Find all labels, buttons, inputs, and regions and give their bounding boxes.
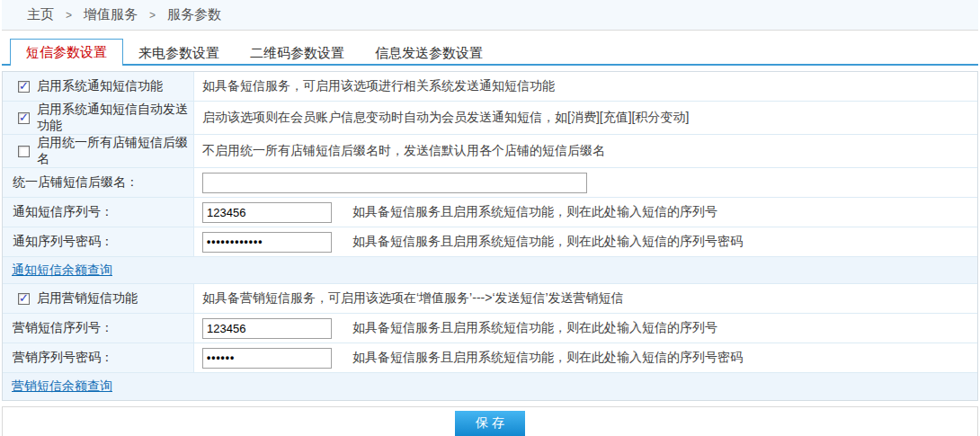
table-row: 营销短信余额查询 xyxy=(3,373,977,400)
table-row: 启用统一所有店铺短信后缀名 不启用统一所有店铺短信后缀名时，发送信默认用各个店铺… xyxy=(3,135,977,168)
tab-sms-params[interactable]: 短信参数设置 xyxy=(10,39,123,66)
enable-unified-sms-suffix-checkbox[interactable] xyxy=(18,146,30,157)
enable-auto-send-notify-sms-checkbox[interactable] xyxy=(18,112,30,124)
field-label: 营销序列号密码： xyxy=(13,350,113,366)
table-row: 营销短信序列号： 如具备短信服务且启用系统短信功能，则在此处输入短信的序列号 xyxy=(3,314,977,343)
notify-serial-password-input[interactable] xyxy=(202,232,332,253)
save-button[interactable]: 保 存 xyxy=(455,411,525,436)
marketing-sms-serial-input[interactable] xyxy=(202,318,332,339)
breadcrumb-separator: > xyxy=(66,9,72,22)
tab-bar-underline xyxy=(2,64,978,66)
field-label: 统一店铺短信后缀名： xyxy=(13,174,138,191)
row-hint: 如具备短信服务，可启用该选项进行相关系统发送通知短信功能 xyxy=(202,78,555,94)
field-label: 营销短信序列号： xyxy=(13,320,113,336)
enable-system-notify-sms-checkbox[interactable] xyxy=(18,81,30,93)
table-row: 营销序列号密码： 如具备短信服务且启用系统短信功能，则在此处输入短信的序列号密码 xyxy=(3,343,977,373)
row-hint: 不启用统一所有店铺短信后缀名时，发送信默认用各个店铺的短信后缀名 xyxy=(202,143,605,159)
table-row: 启用系统通知短信功能 如具备短信服务，可启用该选项进行相关系统发送通知短信功能 xyxy=(3,72,977,102)
table-row: 启用系统通知短信自动发送功能 启动该选项则在会员账户信息变动时自动为会员发送通知… xyxy=(3,102,977,135)
table-row: 启用营销短信功能 如具备营销短信服务，可启用该选项在‘增值服务’--->‘发送短… xyxy=(3,284,977,314)
save-bar: 保 存 xyxy=(2,406,978,436)
row-hint: 如具备短信服务且启用系统短信功能，则在此处输入短信的序列号 xyxy=(352,320,717,336)
row-hint: 如具备短信服务且启用系统短信功能，则在此处输入短信的序列号 xyxy=(352,204,717,220)
tab-bar: 短信参数设置 来电参数设置 二维码参数设置 信息发送参数设置 xyxy=(2,39,978,66)
row-hint: 如具备短信服务且启用系统短信功能，则在此处输入短信的序列号密码 xyxy=(352,234,743,250)
row-hint: 如具备营销短信服务，可启用该选项在‘增值服务’--->‘发送短信’发送营销短信 xyxy=(202,290,624,307)
breadcrumb-service-params: 服务参数 xyxy=(167,6,221,23)
field-label: 通知短信序列号： xyxy=(13,204,113,220)
tab-caller-params[interactable]: 来电参数设置 xyxy=(123,40,235,66)
marketing-serial-password-input[interactable] xyxy=(202,348,332,369)
unified-shop-sms-suffix-input[interactable] xyxy=(202,173,587,193)
breadcrumb-separator: > xyxy=(149,9,156,22)
notify-sms-serial-input[interactable] xyxy=(202,202,332,223)
table-row: 统一店铺短信后缀名： xyxy=(3,168,977,198)
marketing-sms-balance-link[interactable]: 营销短信余额查询 xyxy=(12,378,112,395)
row-hint: 启动该选项则在会员账户信息变动时自动为会员发送通知短信，如[消费][充值][积分… xyxy=(202,110,689,126)
tab-qrcode-params[interactable]: 二维码参数设置 xyxy=(235,40,360,66)
breadcrumb-value-added-services[interactable]: 增值服务 xyxy=(84,6,138,23)
row-hint: 如具备短信服务且启用系统短信功能，则在此处输入短信的序列号密码 xyxy=(352,350,743,366)
notify-sms-balance-link[interactable]: 通知短信余额查询 xyxy=(12,262,112,279)
table-row: 通知短信序列号： 如具备短信服务且启用系统短信功能，则在此处输入短信的序列号 xyxy=(3,198,977,227)
field-label: 通知序列号密码： xyxy=(13,234,113,250)
tab-message-send-params[interactable]: 信息发送参数设置 xyxy=(360,40,498,66)
checkbox-label: 启用系统通知短信功能 xyxy=(37,78,163,94)
enable-marketing-sms-checkbox[interactable] xyxy=(18,293,30,305)
breadcrumb-home[interactable]: 主页 xyxy=(27,6,54,23)
table-row: 通知短信余额查询 xyxy=(3,257,977,284)
breadcrumb: 主页 > 增值服务 > 服务参数 xyxy=(2,0,978,31)
checkbox-label: 启用系统通知短信自动发送功能 xyxy=(37,102,193,134)
sms-params-form: 启用系统通知短信功能 如具备短信服务，可启用该选项进行相关系统发送通知短信功能 … xyxy=(2,71,978,401)
checkbox-label: 启用营销短信功能 xyxy=(37,290,138,307)
checkbox-label: 启用统一所有店铺短信后缀名 xyxy=(37,135,193,167)
table-row: 通知序列号密码： 如具备短信服务且启用系统短信功能，则在此处输入短信的序列号密码 xyxy=(3,227,977,257)
